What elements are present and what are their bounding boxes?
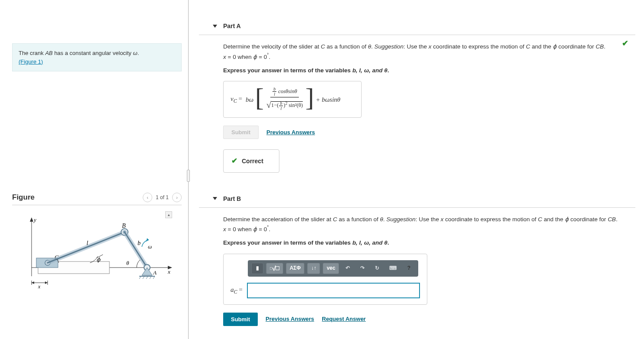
part-b-section: Part B Determine the acceleration of the… (199, 190, 635, 333)
part-b-prompt: Determine the acceleration of the slider… (223, 215, 635, 234)
figure-scroll-up[interactable]: ▴ (165, 211, 172, 218)
toolbar-help-button[interactable]: ? (403, 263, 415, 274)
toolbar-vec-button[interactable]: vec (323, 263, 339, 274)
theta-label: θ (126, 260, 129, 266)
part-b-header[interactable]: Part B (199, 190, 635, 208)
axis-y-label: y (33, 216, 36, 223)
figure-image: ▴ y x C (12, 211, 172, 289)
part-a-previous-answers-link[interactable]: Previous Answers (266, 128, 315, 137)
toolbar-greek-button[interactable]: ΑΣΦ (286, 263, 305, 274)
part-a-button-row: Submit Previous Answers (223, 126, 635, 139)
toolbar-undo-button[interactable]: ↶ (342, 263, 354, 274)
part-b-request-answer-link[interactable]: Request Answer (322, 315, 365, 324)
part-a-section: Part A ✔ Determine the velocity of the s… (199, 17, 635, 180)
part-a-header[interactable]: Part A (199, 17, 635, 35)
part-a-answer-box: vC = bω [ bl cosθsinθ √1−(bl)2 sin²(θ) (223, 81, 362, 118)
problem-text: The crank AB has a constant angular velo… (19, 50, 139, 56)
part-b-answer-input[interactable] (247, 283, 420, 298)
part-b-previous-answers-link[interactable]: Previous Answers (266, 315, 314, 324)
figure-section: Figure ‹ 1 of 1 › ▴ y x (0, 193, 186, 289)
equation-toolbar: ▮ □√ ΑΣΦ ↓↑ vec ↶ ↷ ↻ ⌨ ? (248, 260, 418, 277)
part-a-answer-expression: vC = bω [ bl cosθsinθ √1−(bl)2 sin²(θ) (231, 87, 354, 112)
part-a-feedback: ✔ Correct (223, 149, 279, 172)
omega-label: ω (148, 243, 152, 250)
collapse-icon (213, 25, 217, 28)
figure-pager: 1 of 1 (156, 194, 169, 200)
toolbar-reset-button[interactable]: ↻ (371, 263, 383, 274)
toolbar-templates-button[interactable]: ▮ (251, 263, 263, 274)
point-a-label: A (153, 269, 157, 276)
figure-header: Figure ‹ 1 of 1 › (12, 193, 182, 205)
svg-marker-21 (45, 281, 48, 284)
part-b-instruction: Express your answer in terms of the vari… (223, 238, 635, 248)
toolbar-updown-button[interactable]: ↓↑ (307, 263, 320, 274)
part-a-correct-icon: ✔ (622, 39, 628, 48)
left-pane: The crank AB has a constant angular velo… (0, 0, 186, 339)
toolbar-keyboard-button[interactable]: ⌨ (386, 263, 400, 274)
length-b-label: b (138, 240, 141, 246)
svg-marker-16 (146, 238, 149, 242)
x-dim-label: x (38, 284, 41, 289)
point-b-label: B (122, 223, 126, 229)
svg-marker-1 (30, 217, 33, 222)
figure-prev-button[interactable]: ‹ (143, 193, 152, 202)
part-a-prompt: Determine the velocity of the slider at … (223, 42, 635, 61)
part-b-body: Determine the acceleration of the slider… (199, 208, 635, 333)
part-b-button-row: Submit Previous Answers Request Answer (223, 313, 635, 326)
part-a-body: Determine the velocity of the slider at … (199, 35, 635, 180)
figure-title: Figure (12, 193, 35, 202)
part-a-instruction: Express your answer in terms of the vari… (223, 66, 635, 75)
toolbar-root-button[interactable]: □√ (266, 263, 283, 274)
toolbar-redo-button[interactable]: ↷ (356, 263, 368, 274)
figure-nav: ‹ 1 of 1 › (143, 193, 182, 202)
part-b-submit-button[interactable]: Submit (223, 313, 258, 326)
check-icon: ✔ (231, 155, 237, 167)
svg-marker-22 (32, 281, 34, 284)
right-pane: Part A ✔ Determine the velocity of the s… (190, 0, 644, 339)
problem-statement: The crank AB has a constant angular velo… (12, 43, 182, 71)
feedback-text: Correct (242, 156, 263, 166)
length-l-label: l (87, 240, 88, 246)
part-b-answer-box: ▮ □√ ΑΣΦ ↓↑ vec ↶ ↷ ↻ ⌨ ? aC = (223, 254, 427, 305)
axis-x-label: x (167, 268, 170, 275)
part-a-submit-button: Submit (223, 126, 259, 139)
figure-next-button[interactable]: › (172, 193, 182, 202)
part-a-title: Part A (223, 23, 241, 29)
collapse-icon (213, 197, 217, 200)
part-b-lhs: aC = (231, 284, 243, 296)
part-b-title: Part B (223, 195, 241, 202)
figure-link[interactable]: (Figure 1) (19, 58, 43, 65)
pane-divider[interactable] (186, 0, 190, 339)
